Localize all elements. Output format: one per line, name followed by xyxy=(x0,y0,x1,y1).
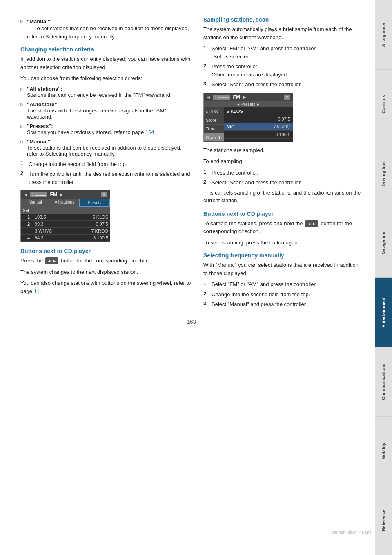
screen2-settings-icon: ⚙ xyxy=(284,95,290,100)
tab-entertainment[interactable]: Entertainment xyxy=(375,278,392,347)
screen1-top-bar: ◄ 1 ▬▬▬ FM ► ⚙ xyxy=(21,190,110,199)
freq-step-3-text: Select "Manual" and press the controller… xyxy=(212,300,363,309)
freq-step-3: 3. Select "Manual" and press the control… xyxy=(203,300,363,309)
tab-reference[interactable]: Reference xyxy=(375,486,392,555)
screen2-row-3: N/C 7 KROQ xyxy=(224,123,293,131)
screen2-row-4: 8 100.5 xyxy=(224,131,293,139)
screen2-row-1: 5 KLOS xyxy=(224,107,293,115)
step-1-text: Change into the second field from the to… xyxy=(29,160,191,168)
changing-criteria-heading: Changing selection criteria xyxy=(20,46,191,53)
screen1-tab-manual[interactable]: Manual xyxy=(21,199,50,207)
arrow-icon-1: ▷ xyxy=(20,87,24,98)
end-step-2-text: Select "Scan" and press the controller. xyxy=(212,179,363,187)
left-column: ▷ "Manual": To set stations that can be … xyxy=(20,16,191,311)
btns-cd-para3-left: You can also change stations with button… xyxy=(20,279,191,295)
screen2-fm-label: FM xyxy=(233,94,240,100)
criteria-para1: In addition to the stations currently di… xyxy=(20,55,191,71)
two-column-layout: ▷ "Manual": To set stations that can be … xyxy=(20,16,363,311)
bullet-presets: ▷ "Presets": Stations you have previousl… xyxy=(20,123,191,135)
side-tabs: At a glance Controls Driving tips Naviga… xyxy=(375,0,392,555)
freq-step-1-num: 1. xyxy=(203,280,212,289)
sampling-step-2: 2. Press the controller.Other menu items… xyxy=(203,63,363,78)
screen-1-image: ◄ 1 ▬▬▬ FM ► ⚙ Manual All stations Prese… xyxy=(20,190,110,242)
tab-driving-tips[interactable]: Driving tips xyxy=(375,139,392,208)
screen2-left-arrow: ◄ xyxy=(206,95,211,100)
autostore-text: The stations with the strongest received… xyxy=(27,107,166,120)
screen1-settings-icon: ⚙ xyxy=(101,192,107,197)
screen2-rds-label: RRDS xyxy=(204,107,224,116)
screen1-set-label: Set xyxy=(23,208,29,213)
sampling-heading: Sampling stations, scan xyxy=(203,16,363,23)
screen2-left-labels: RRDS Store Tone Scan ▼ xyxy=(204,107,224,142)
btns-cd-para2-left: The system changes to the next displayed… xyxy=(20,268,191,276)
freq-step-3-num: 3. xyxy=(203,300,212,309)
end-step-2-num: 2. xyxy=(203,179,212,187)
screen1-tab-allstations[interactable]: All stations xyxy=(50,199,80,207)
tab-mobility[interactable]: Mobility xyxy=(375,416,392,486)
screen2-scan-label: Scan ▼ xyxy=(204,133,224,142)
sampling-step-1: 1. Select "FM" or "AM" and press the con… xyxy=(203,45,363,60)
selecting-freq-para1: With "Manual" you can select stations th… xyxy=(203,261,363,277)
screen1-row-2: 2 99.3 6 97.5 xyxy=(21,221,110,228)
screen1-right-arrow: ► xyxy=(60,192,64,197)
step-2-num: 2. xyxy=(20,170,29,186)
screen1-row-3: 3 WNYC 7 KROQ xyxy=(21,228,110,235)
end-step-1-text: Press the controller. xyxy=(212,169,363,177)
presets-text: Stations you have previously stored, ref… xyxy=(27,129,156,135)
sampling-step-3-num: 3. xyxy=(203,81,212,89)
freq-step-2-num: 2. xyxy=(203,291,212,299)
screen2-band-indicator: 1 ▬▬▬ xyxy=(213,95,231,100)
screen-2-image: ◄ 1 ▬▬▬ FM ► ⚙ ◄ Presets ► RRD xyxy=(203,93,293,142)
btns-cd-heading-right: Buttons next to CD player xyxy=(203,210,363,217)
opening-bullet-text: To set stations that can be received in … xyxy=(27,25,189,40)
tab-at-a-glance[interactable]: At a glance xyxy=(375,0,392,69)
screen2-store-label: Store xyxy=(204,116,224,125)
btns-cd-heading-left: Buttons next to CD player xyxy=(20,248,191,254)
manual2-label: "Manual": xyxy=(27,139,52,145)
btns-cd-para2-right: To stop scanning, press the button again… xyxy=(203,239,363,247)
screen1-left-arrow: ◄ xyxy=(23,192,28,197)
sampling-step-3: 3. Select "Scan" and press the controlle… xyxy=(203,81,363,89)
step-1-num: 1. xyxy=(20,160,29,168)
step-2: 2. Turn the controller until the desired… xyxy=(20,170,191,186)
sampled-para: The stations are sampled. xyxy=(203,146,363,154)
screen1-band-indicator: 1 ▬▬▬ xyxy=(30,192,48,197)
main-content: ▷ "Manual": To set stations that can be … xyxy=(0,0,375,555)
bullet-autostore: ▷ "Autostore": The stations with the str… xyxy=(20,101,191,120)
arrow-icon: ▷ xyxy=(20,19,24,40)
tab-communications[interactable]: Communications xyxy=(375,347,392,416)
arrow-icon-2: ▷ xyxy=(20,102,24,120)
screen2-right-arrow: ► xyxy=(243,95,247,100)
page-number: 163 xyxy=(20,319,363,325)
end-step-1-num: 1. xyxy=(203,169,212,177)
right-column: Sampling stations, scan The system autom… xyxy=(203,16,363,311)
btns-cd-para1-left: Press the ◄ ► button for the correspondi… xyxy=(20,257,191,265)
watermark: carmanualsonline.info xyxy=(332,530,372,535)
selecting-freq-heading: Selecting frequency manually xyxy=(203,252,363,259)
screen1-set-row: Set xyxy=(21,207,110,214)
all-stations-label: "All stations": xyxy=(27,86,62,92)
freq-step-1: 1. Select "FM" or "AM" and press the con… xyxy=(203,280,363,289)
end-step-1: 1. Press the controller. xyxy=(203,169,363,177)
sampling-para1: The system automatically plays a brief s… xyxy=(203,25,363,41)
screen2-top-bar: ◄ 1 ▬▬▬ FM ► ⚙ xyxy=(204,93,293,101)
tab-controls[interactable]: Controls xyxy=(375,69,392,139)
criteria-para2: You can choose from the following select… xyxy=(20,74,191,83)
tab-navigation[interactable]: Navigation xyxy=(375,208,392,278)
step-2-text: Turn the controller until the desired se… xyxy=(29,170,191,186)
opening-bullet-label: "Manual": xyxy=(27,18,52,25)
all-stations-text: Stations that can currently be received … xyxy=(27,92,172,98)
screen1-row-4: 4 94.3 8 100.5 xyxy=(21,235,110,242)
screen2-tone-label: Tone xyxy=(204,125,224,133)
arrow-icon-4: ▷ xyxy=(20,139,24,157)
sampling-step-1-text: Select "FM" or "AM" and press the contro… xyxy=(212,45,363,60)
screen1-tab-presets[interactable]: Presets xyxy=(79,199,110,207)
cd-button-icon-right: ◄ ► xyxy=(305,220,318,227)
presets-label: "Presets": xyxy=(27,123,53,129)
freq-step-1-text: Select "FM" or "AM" and press the contro… xyxy=(212,280,363,289)
screen1-fm-label: FM xyxy=(50,192,57,197)
screen1-tabs: Manual All stations Presets xyxy=(21,199,110,207)
screen2-body: RRDS Store Tone Scan ▼ 5 KLOS xyxy=(204,107,293,142)
arrow-icon-3: ▷ xyxy=(20,124,24,135)
cancels-para: This cancels sampling of the stations, a… xyxy=(203,189,363,205)
